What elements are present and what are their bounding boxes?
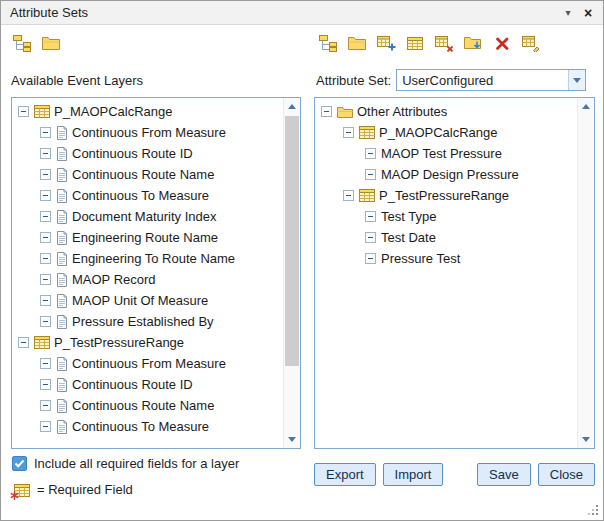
collapse-expander-icon[interactable] bbox=[365, 253, 376, 264]
attribute-sets-dialog: Attribute Sets ▾ × Available Event Layer… bbox=[0, 0, 604, 521]
close-window-icon[interactable]: × bbox=[578, 4, 598, 22]
tree-item[interactable]: Continuous To Measure bbox=[12, 185, 283, 206]
tree-item[interactable]: Continuous Route Name bbox=[12, 164, 283, 185]
doc-icon bbox=[56, 147, 68, 161]
collapse-expander-icon[interactable] bbox=[40, 358, 51, 369]
window-title: Attribute Sets bbox=[10, 5, 88, 20]
doc-icon bbox=[56, 231, 68, 245]
add-field-icon[interactable] bbox=[373, 31, 398, 55]
collapse-expander-icon[interactable] bbox=[40, 169, 51, 180]
toolbar-left bbox=[9, 31, 67, 55]
tree-item[interactable]: Pressure Test bbox=[315, 248, 577, 269]
attribute-set-panel: Other AttributesP_MAOPCalcRangeMAOP Test… bbox=[314, 97, 595, 449]
tree-item-label: Test Date bbox=[381, 230, 436, 245]
tree-item[interactable]: MAOP Record bbox=[12, 269, 283, 290]
scroll-up-icon[interactable] bbox=[284, 98, 300, 115]
scroll-down-icon[interactable] bbox=[284, 431, 300, 448]
collapse-expander-icon[interactable] bbox=[40, 400, 51, 411]
collapse-expander-icon[interactable] bbox=[40, 253, 51, 264]
collapse-expander-icon[interactable] bbox=[40, 211, 51, 222]
tree-item-label: Continuous To Measure bbox=[72, 188, 209, 203]
collapse-expander-icon[interactable] bbox=[40, 379, 51, 390]
resize-grip-icon[interactable] bbox=[596, 513, 598, 515]
collapse-expander-icon[interactable] bbox=[365, 148, 376, 159]
tree-item[interactable]: MAOP Test Pressure bbox=[315, 143, 577, 164]
collapse-expander-icon[interactable] bbox=[365, 169, 376, 180]
scroll-up-icon[interactable] bbox=[578, 98, 594, 115]
close-button[interactable]: Close bbox=[538, 463, 595, 486]
open-attribute-set-icon[interactable] bbox=[344, 31, 369, 55]
save-button[interactable]: Save bbox=[477, 463, 531, 486]
collapse-expander-icon[interactable] bbox=[40, 274, 51, 285]
field-table-icon[interactable] bbox=[402, 31, 427, 55]
collapse-expander-icon[interactable] bbox=[40, 316, 51, 327]
tree-item[interactable]: MAOP Unit Of Measure bbox=[12, 290, 283, 311]
new-attribute-set-icon[interactable] bbox=[315, 31, 340, 55]
required-field-icon bbox=[12, 483, 30, 497]
tree-item-label: Document Maturity Index bbox=[72, 209, 217, 224]
table-icon bbox=[359, 126, 375, 139]
tree-item[interactable]: Test Date bbox=[315, 227, 577, 248]
remove-field-icon[interactable] bbox=[431, 31, 456, 55]
tree-item[interactable]: Continuous To Measure bbox=[12, 416, 283, 437]
attribute-set-dropdown[interactable]: UserConfigured bbox=[396, 69, 586, 91]
collapse-expander-icon[interactable] bbox=[40, 148, 51, 159]
tree-item[interactable]: Test Type bbox=[315, 206, 577, 227]
collapse-expander-icon[interactable] bbox=[40, 190, 51, 201]
collapse-expander-icon[interactable] bbox=[40, 127, 51, 138]
tree-item-label: Pressure Test bbox=[381, 251, 460, 266]
include-required-fields-label: Include all required fields for a layer bbox=[34, 456, 239, 471]
new-attribute-set-icon[interactable] bbox=[9, 31, 34, 55]
tree-item[interactable]: Document Maturity Index bbox=[12, 206, 283, 227]
collapse-expander-icon[interactable] bbox=[40, 421, 51, 432]
tree-item[interactable]: P_MAOPCalcRange bbox=[315, 122, 577, 143]
collapse-expander-icon[interactable] bbox=[365, 232, 376, 243]
tree-item[interactable]: P_TestPressureRange bbox=[315, 185, 577, 206]
dropdown-arrow-icon[interactable] bbox=[568, 70, 585, 90]
right-panel-scrollbar[interactable] bbox=[577, 98, 594, 448]
open-attribute-set-icon[interactable] bbox=[38, 31, 63, 55]
checkmark-icon bbox=[14, 459, 25, 468]
collapse-expander-icon[interactable] bbox=[40, 232, 51, 243]
tree-item[interactable]: P_TestPressureRange bbox=[12, 332, 283, 353]
collapse-expander-icon[interactable] bbox=[343, 127, 354, 138]
tree-item[interactable]: Continuous From Measure bbox=[12, 122, 283, 143]
collapse-window-icon[interactable]: ▾ bbox=[558, 4, 578, 22]
doc-icon bbox=[56, 399, 68, 413]
tree-item[interactable]: Continuous Route ID bbox=[12, 374, 283, 395]
tree-item[interactable]: Engineering Route Name bbox=[12, 227, 283, 248]
doc-icon bbox=[56, 189, 68, 203]
collapse-expander-icon[interactable] bbox=[321, 106, 332, 117]
include-required-fields-checkbox[interactable] bbox=[12, 456, 27, 471]
titlebar: Attribute Sets ▾ × bbox=[1, 1, 603, 25]
tree-item[interactable]: Engineering To Route Name bbox=[12, 248, 283, 269]
scroll-down-icon[interactable] bbox=[578, 431, 594, 448]
collapse-expander-icon[interactable] bbox=[365, 211, 376, 222]
save-attribute-set-icon[interactable] bbox=[460, 31, 485, 55]
tree-item-label: P_MAOPCalcRange bbox=[379, 125, 498, 140]
scrollbar-thumb[interactable] bbox=[285, 116, 299, 366]
tree-item[interactable]: Other Attributes bbox=[315, 101, 577, 122]
attribute-set-label: Attribute Set: bbox=[316, 73, 391, 88]
tree-item-label: Continuous To Measure bbox=[72, 419, 209, 434]
import-button[interactable]: Import bbox=[383, 463, 444, 486]
collapse-expander-icon[interactable] bbox=[40, 295, 51, 306]
tree-item[interactable]: MAOP Design Pressure bbox=[315, 164, 577, 185]
tree-item-label: Engineering Route Name bbox=[72, 230, 218, 245]
tree-item-label: MAOP Design Pressure bbox=[381, 167, 519, 182]
left-panel-scrollbar[interactable] bbox=[283, 98, 300, 448]
collapse-expander-icon[interactable] bbox=[343, 190, 354, 201]
edit-attribute-set-icon[interactable] bbox=[518, 31, 543, 55]
tree-item[interactable]: Continuous From Measure bbox=[12, 353, 283, 374]
required-field-legend: = Required Field bbox=[12, 482, 133, 497]
tree-item-label: Continuous From Measure bbox=[72, 125, 226, 140]
export-button[interactable]: Export bbox=[314, 463, 376, 486]
delete-attribute-set-icon[interactable] bbox=[489, 31, 514, 55]
tree-item[interactable]: P_MAOPCalcRange bbox=[12, 101, 283, 122]
tree-item[interactable]: Continuous Route Name bbox=[12, 395, 283, 416]
tree-item[interactable]: Pressure Established By bbox=[12, 311, 283, 332]
collapse-expander-icon[interactable] bbox=[18, 106, 29, 117]
collapse-expander-icon[interactable] bbox=[18, 337, 29, 348]
tree-item[interactable]: Continuous Route ID bbox=[12, 143, 283, 164]
doc-icon bbox=[56, 210, 68, 224]
